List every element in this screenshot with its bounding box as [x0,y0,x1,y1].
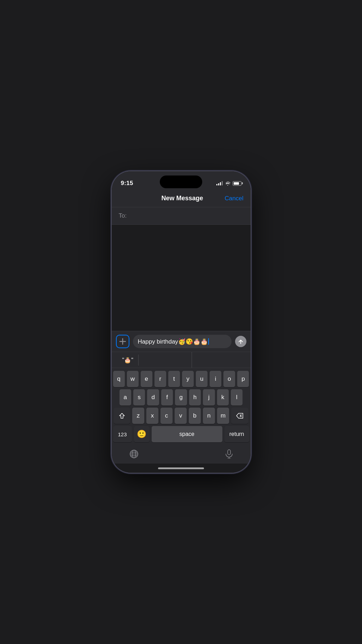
key-q[interactable]: q [113,371,125,387]
key-x[interactable]: x [146,408,158,424]
key-d[interactable]: d [147,389,159,406]
key-b[interactable]: b [189,408,201,424]
key-f[interactable]: f [161,389,173,406]
nav-bar: New Message Cancel [112,190,251,207]
return-key[interactable]: return [224,426,249,442]
globe-icon [129,449,139,459]
emoji-suggestion-left[interactable]: "🎂" [117,355,139,366]
key-w[interactable]: w [127,371,139,387]
to-input[interactable] [129,212,243,219]
plus-icon [119,338,126,345]
input-bar: Happy birthday🥳😘🎂🎂 [112,331,251,352]
key-y[interactable]: y [182,371,194,387]
key-a[interactable]: a [119,389,131,406]
emoji-key[interactable]: 🙂 [134,426,150,442]
home-bar [158,467,204,469]
key-l[interactable]: l [231,389,243,406]
status-time: 9:15 [121,180,133,187]
key-n[interactable]: n [203,408,215,424]
numbers-key[interactable]: 123 [113,426,132,442]
space-key[interactable]: space [152,426,222,442]
keyboard-row-4: 123 🙂 space return [113,426,249,442]
key-s[interactable]: s [133,389,145,406]
backspace-key[interactable] [231,408,248,424]
nav-title: New Message [140,195,225,202]
backspace-icon [236,413,243,419]
text-cursor [208,338,209,345]
key-k[interactable]: k [217,389,229,406]
battery-icon [233,181,241,186]
key-z[interactable]: z [132,408,144,424]
wifi-icon [225,181,230,185]
send-button[interactable] [235,336,246,347]
key-v[interactable]: v [175,408,187,424]
microphone-icon [225,449,233,459]
svg-rect-5 [228,450,230,455]
key-m[interactable]: m [217,408,229,424]
microphone-button[interactable] [225,449,233,460]
shift-icon [119,413,125,419]
status-icons [216,181,241,186]
to-field[interactable]: To: [112,207,251,225]
key-c[interactable]: c [160,408,173,424]
key-u[interactable]: u [196,371,208,387]
globe-button[interactable] [129,449,139,460]
key-t[interactable]: t [168,371,180,387]
phone-frame: 9:15 New Message [112,171,251,473]
message-input[interactable]: Happy birthday🥳😘🎂🎂 [133,335,232,348]
keyboard-row-3: z x c v b n m [113,408,249,424]
battery-fill [234,182,239,185]
keyboard-row-1: q w e r t y u i o p [113,371,249,387]
dynamic-island [160,176,202,188]
message-text: Happy birthday🥳😘🎂🎂 [138,338,208,345]
key-p[interactable]: p [237,371,249,387]
bottom-bar [112,446,251,464]
key-e[interactable]: e [141,371,152,387]
send-icon [238,339,244,344]
home-indicator [112,464,251,473]
emoji-suggestion-center[interactable] [139,352,192,368]
cancel-button[interactable]: Cancel [225,195,244,202]
key-r[interactable]: r [154,371,166,387]
plus-button[interactable] [116,335,129,348]
shift-key[interactable] [114,408,130,424]
emoji-suggestion-right[interactable] [192,352,245,368]
key-j[interactable]: j [203,389,215,406]
emoji-suggestion-bar: "🎂" [112,352,251,368]
keyboard-row-2: a s d f g h j k l [113,389,249,406]
key-h[interactable]: h [189,389,201,406]
key-g[interactable]: g [175,389,187,406]
keyboard: q w e r t y u i o p a s d f g h j k [112,368,251,446]
screen: 9:15 New Message [112,171,251,473]
key-o[interactable]: o [223,371,235,387]
signal-bars-icon [216,181,223,185]
to-label: To: [119,212,127,219]
message-area[interactable] [112,225,251,331]
key-i[interactable]: i [210,371,221,387]
